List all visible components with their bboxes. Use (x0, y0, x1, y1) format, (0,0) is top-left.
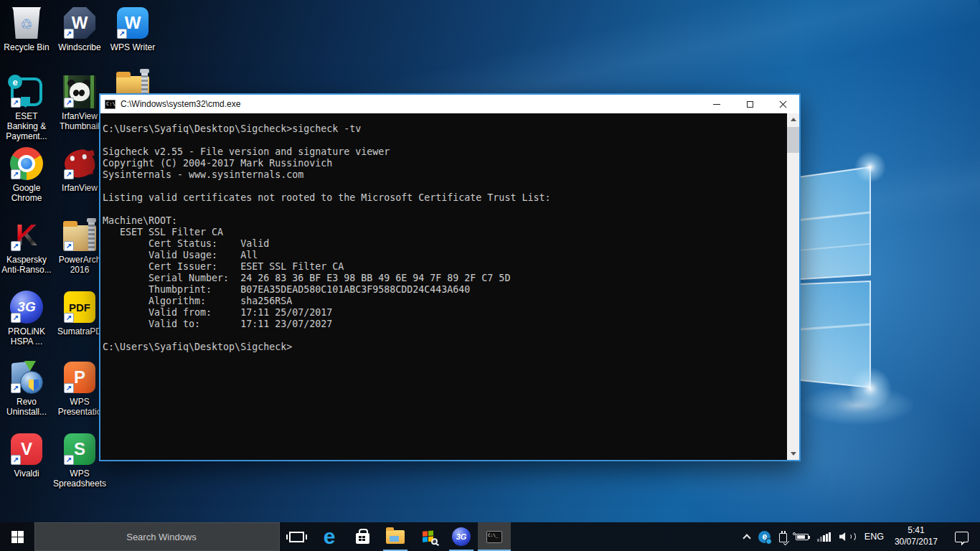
cmd-title-bar[interactable]: C:\ C:\Windows\system32\cmd.exe (100, 95, 799, 113)
speaker-icon (839, 532, 855, 542)
console-line: C:\Users\Syafiq\Desktop\Sigcheck>sigchec… (103, 123, 784, 135)
taskbar-cmd-button[interactable]: C:\_ (478, 522, 511, 551)
desktop-icon-revo[interactable]: ↗ Revo Uninstall... (0, 360, 53, 417)
console-line (103, 204, 784, 215)
desktop-icon-label: Google Chrome (0, 183, 53, 203)
console-line: C:\Users\Syafiq\Desktop\Sigcheck> (103, 342, 784, 353)
desktop-icon-wps-presentation[interactable]: P ↗ WPS Presentatio (53, 360, 106, 417)
system-tray: e ENG 5:41 30/07/2017 (740, 522, 980, 551)
process-explorer-icon (423, 530, 435, 543)
console-line: Machine\ROOT: (103, 215, 784, 227)
tray-network-button[interactable] (813, 522, 835, 551)
cmd-window-icon: C:\ (105, 100, 116, 109)
console-line: ESET SSL Filter CA (103, 227, 784, 238)
desktop-icon-wps-spreadsheets[interactable]: S ↗ WPS Spreadsheets (53, 432, 106, 489)
tray-volume-button[interactable] (835, 522, 859, 551)
desktop-icon-label: PROLiNK HSPA ... (0, 326, 53, 347)
desktop-icon-powerarchiver[interactable]: ↗ PowerArch 2016 (53, 218, 106, 275)
start-button[interactable] (0, 522, 34, 551)
shortcut-arrow-icon: ↗ (64, 455, 74, 465)
console-line: Valid from: 17:11 25/07/2017 (103, 307, 784, 319)
shortcut-arrow-icon: ↗ (64, 383, 74, 393)
store-icon (356, 533, 369, 544)
task-view-button[interactable] (280, 522, 313, 551)
scrollbar-thumb[interactable] (787, 127, 799, 153)
shortcut-arrow-icon: ↗ (11, 455, 21, 465)
clock-time: 5:41 (895, 525, 938, 537)
console-line: Sigcheck v2.55 - File version and signat… (103, 146, 784, 158)
desktop-icon-label: Recycle Bin (0, 42, 53, 52)
shortcut-arrow-icon: ↗ (64, 29, 74, 39)
taskbar-search-input[interactable]: Search Windows (34, 522, 280, 551)
shortcut-arrow-icon: ↗ (117, 29, 127, 39)
task-view-icon (289, 532, 304, 542)
desktop-icon-kaspersky[interactable]: K ↗ Kaspersky Anti-Ranso... (0, 218, 53, 275)
file-explorer-icon (386, 530, 405, 544)
desktop-icon-vivaldi[interactable]: V ↗ Vivaldi (0, 432, 53, 479)
shortcut-arrow-icon: ↗ (11, 98, 21, 108)
desktop-icon-recycle-bin[interactable]: ♲ Recycle Bin (0, 6, 53, 52)
shortcut-arrow-icon: ↗ (11, 169, 21, 179)
shortcut-arrow-icon: ↗ (64, 169, 74, 179)
desktop-icon-irfanview-thumbnails[interactable]: ↗ IrfanView Thumbnail (53, 75, 106, 131)
console-line: Valid Usage: All (103, 250, 784, 261)
minimize-button[interactable] (700, 95, 733, 113)
desktop-icon-prolink[interactable]: 3G ↗ PROLiNK HSPA ... (0, 290, 53, 347)
action-center-button[interactable] (943, 522, 980, 551)
desktop-icon-label: WPS Writer (106, 42, 159, 52)
desktop-icon-wps-writer[interactable]: W ↗ WPS Writer (106, 6, 159, 52)
taskbar-file-explorer-button[interactable] (379, 522, 412, 551)
desktop-icon-label: ESET Banking & Payment... (0, 111, 53, 141)
tray-eset-button[interactable]: e (754, 522, 775, 551)
tray-usb-button[interactable] (775, 522, 791, 551)
console-line (103, 135, 784, 146)
search-placeholder: Search Windows (118, 532, 197, 542)
3g-icon: 3G (452, 527, 471, 546)
console-line: Sysinternals - www.sysinternals.com (103, 169, 784, 181)
recycle-bin-icon: ♲ (12, 7, 41, 39)
scrollbar[interactable] (787, 113, 799, 460)
maximize-button[interactable] (733, 95, 766, 113)
chevron-up-icon (743, 534, 751, 542)
close-button[interactable] (766, 95, 799, 113)
cmd-window: C:\ C:\Windows\system32\cmd.exe C:\Users… (99, 93, 801, 461)
language-indicator[interactable]: ENG (859, 522, 889, 551)
cmd-icon: C:\_ (486, 531, 502, 543)
action-center-icon (955, 532, 969, 542)
desktop-icon-label: IrfanView (53, 183, 106, 193)
tray-expand-button[interactable] (740, 522, 754, 551)
console-line: Cert Issuer: ESET SSL Filter CA (103, 261, 784, 273)
desktop-icon-label: IrfanView Thumbnail (53, 111, 106, 131)
cmd-window-title: C:\Windows\system32\cmd.exe (121, 99, 240, 109)
taskbar-process-explorer-button[interactable] (412, 522, 445, 551)
tray-battery-button[interactable] (791, 522, 813, 551)
console-line (103, 330, 784, 342)
console-line: Listing valid certificates not rooted to… (103, 192, 784, 204)
taskbar-edge-button[interactable]: e (313, 522, 346, 551)
desktop-icon-label: Revo Uninstall... (0, 397, 53, 417)
desktop-icon-label: WPS Presentatio (53, 397, 106, 417)
taskbar-store-button[interactable] (346, 522, 379, 551)
shortcut-arrow-icon: ↗ (11, 313, 21, 323)
console-line: Algorithm: sha256RSA (103, 296, 784, 307)
eset-tray-icon: e (758, 531, 771, 543)
scroll-up-icon[interactable] (787, 113, 799, 126)
desktop-icon-label: Windscribe (53, 42, 106, 52)
desktop-icon-eset-banking[interactable]: e ↗ ESET Banking & Payment... (0, 75, 53, 141)
taskbar-clock[interactable]: 5:41 30/07/2017 (889, 525, 943, 547)
console-line: Serial Number: 24 26 83 36 BF E3 98 BB 4… (103, 273, 784, 284)
shortcut-arrow-icon: ↗ (11, 383, 21, 393)
taskbar-3g-button[interactable]: 3G (445, 522, 478, 551)
scroll-down-icon[interactable] (787, 448, 799, 460)
desktop-icon-label: WPS Spreadsheets (53, 468, 106, 489)
desktop-icon-windscribe[interactable]: W ↗ Windscribe (53, 6, 106, 52)
console-line: Copyright (C) 2004-2017 Mark Russinovich (103, 158, 784, 169)
console-output[interactable]: C:\Users\Syafiq\Desktop\Sigcheck>sigchec… (100, 113, 787, 460)
desktop-icon-label: Kaspersky Anti-Ranso... (0, 255, 53, 275)
usb-eject-icon (779, 533, 787, 542)
shortcut-arrow-icon: ↗ (11, 241, 21, 251)
desktop-icon-irfanview[interactable]: ↗ IrfanView (53, 146, 106, 193)
desktop-icon-sumatrapdf[interactable]: PDF ↗ SumatraPD (53, 290, 106, 336)
desktop-icon-label: SumatraPD (53, 326, 106, 336)
desktop-icon-google-chrome[interactable]: ↗ Google Chrome (0, 146, 53, 203)
